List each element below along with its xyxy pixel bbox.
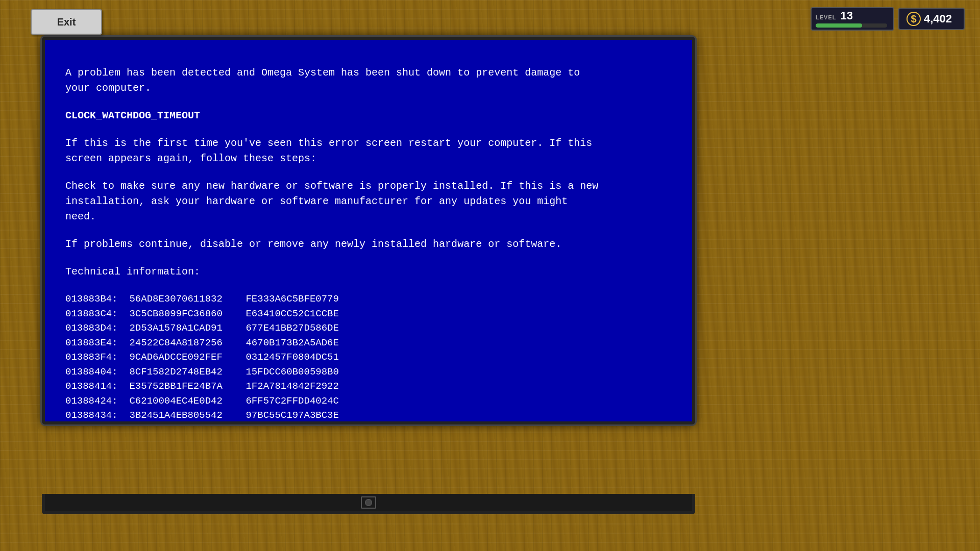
- level-label: LEVEL: [816, 14, 836, 20]
- bsod-error-code: CLOCK_WATCHDOG_TIMEOUT: [65, 108, 672, 123]
- hud: LEVEL 13 $ 4,402: [811, 7, 965, 31]
- bsod-line-2: your computer.: [65, 81, 672, 96]
- bsod-line-8: If problems continue, disable or remove …: [65, 237, 672, 252]
- level-number: 13: [840, 10, 852, 21]
- tech-line: 013883C4: 3C5CB8099FC36860 E63410CC52C1C…: [65, 307, 672, 321]
- bsod-spacer-4: [65, 224, 672, 237]
- tech-line: 013883D4: 2D53A1578A1CAD91 677E41BB27D58…: [65, 321, 672, 336]
- tech-line: 013883B4: 56AD8E3070611832 FE333A6C5BFE0…: [65, 292, 672, 307]
- bsod-line-3: If this is the first time you've seen th…: [65, 136, 672, 151]
- level-box: LEVEL 13: [811, 7, 894, 31]
- bsod-tech-lines: 013883B4: 56AD8E3070611832 FE333A6C5BFE0…: [65, 292, 672, 421]
- bsod-line-4: screen appears again, follow these steps…: [65, 151, 672, 166]
- bsod-line-1: A problem has been detected and Omega Sy…: [65, 65, 672, 81]
- tech-line: 01388434: 3B2451A4EB805542 97BC55C197A3B…: [65, 408, 672, 421]
- bsod-spacer-6: [65, 280, 672, 292]
- bsod-spacer-5: [65, 252, 672, 264]
- bsod-spacer-2: [65, 123, 672, 136]
- money-box: $ 4,402: [898, 8, 965, 30]
- monitor-power-indicator: [361, 496, 376, 509]
- tech-line: 01388424: C6210004EC4E0D42 6FF57C2FFDD40…: [65, 394, 672, 409]
- tech-line: 01388414: E35752BB1FE24B7A 1F2A7814842F2…: [65, 379, 672, 394]
- bsod-line-6: installation, ask your hardware or softw…: [65, 194, 672, 209]
- bsod-tech-header: Technical information:: [65, 264, 672, 280]
- monitor: A problem has been detected and Omega Sy…: [42, 37, 695, 424]
- bsod-line-7: need.: [65, 209, 672, 224]
- money-amount: 4,402: [924, 12, 952, 26]
- tech-line: 013883E4: 24522C84A8187256 4670B173B2A5A…: [65, 336, 672, 350]
- xp-bar-background: [816, 23, 887, 28]
- dollar-icon: $: [906, 12, 921, 26]
- xp-bar-fill: [816, 23, 862, 28]
- tech-line: 013883F4: 9CAD6ADCCE092FEF 0312457F0804D…: [65, 350, 672, 365]
- bsod-spacer-1: [65, 96, 672, 108]
- monitor-bottom-bar: [42, 494, 695, 514]
- bsod-spacer-3: [65, 166, 672, 179]
- bsod-screen: A problem has been detected and Omega Sy…: [45, 40, 692, 421]
- tech-line: 01388404: 8CF1582D2748EB42 15FDCC60B0059…: [65, 365, 672, 380]
- bsod-line-5: Check to make sure any new hardware or s…: [65, 179, 672, 194]
- exit-button[interactable]: Exit: [31, 9, 102, 35]
